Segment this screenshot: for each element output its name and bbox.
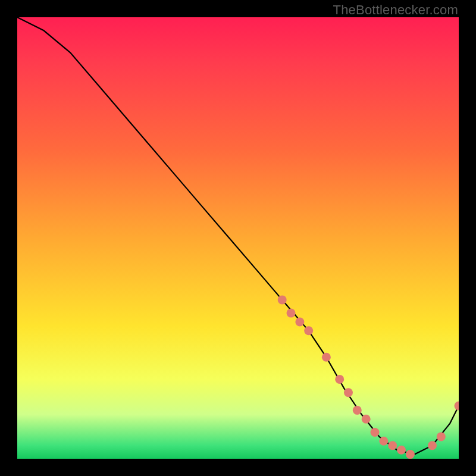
chart-marker xyxy=(304,326,313,335)
chart-marker xyxy=(406,450,415,459)
chart-stage: TheBottlenecker.com xyxy=(0,0,476,476)
chart-marker xyxy=(278,295,287,304)
chart-markers xyxy=(278,295,459,459)
attribution-label: TheBottlenecker.com xyxy=(333,2,458,18)
chart-marker xyxy=(335,375,344,384)
chart-plot-area xyxy=(17,17,459,459)
chart-marker xyxy=(371,428,380,437)
chart-marker xyxy=(362,415,371,424)
chart-marker xyxy=(287,309,296,318)
chart-marker xyxy=(379,437,388,446)
chart-marker xyxy=(322,353,331,362)
chart-marker xyxy=(344,388,353,397)
chart-marker xyxy=(388,441,397,450)
chart-marker xyxy=(353,406,362,415)
chart-marker xyxy=(397,446,406,455)
chart-line xyxy=(17,17,459,455)
chart-marker xyxy=(455,402,459,411)
chart-marker xyxy=(295,318,304,327)
chart-svg xyxy=(17,17,459,459)
chart-marker xyxy=(428,441,437,450)
chart-marker xyxy=(437,432,446,441)
